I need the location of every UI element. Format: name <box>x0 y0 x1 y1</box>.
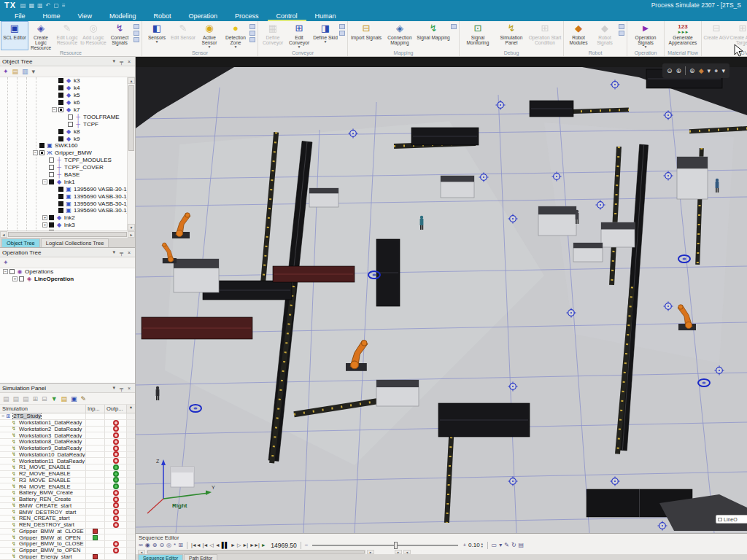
mini-icon[interactable] <box>619 24 624 29</box>
pin-icon[interactable]: ╤ <box>117 250 125 255</box>
expander-icon[interactable]: + <box>42 215 47 220</box>
ribbon-button-connection-mapping[interactable]: ◈Connection Mapping <box>383 22 417 50</box>
mini-icon[interactable] <box>451 24 457 29</box>
pointer-icon[interactable]: ✎ <box>504 542 509 548</box>
simulation-row-gripper-bmw-to-open[interactable]: ↯Gripper_BMW_to_OPEN <box>0 548 135 554</box>
ribbon-button-define-skid[interactable]: ◨Define Skid▼ <box>312 22 338 50</box>
expander-icon[interactable]: − <box>52 107 57 112</box>
filter-icon[interactable]: ✦ <box>3 259 9 266</box>
mini-icon[interactable] <box>249 31 255 36</box>
expander-icon[interactable]: − <box>42 179 47 184</box>
machine[interactable] <box>441 176 474 198</box>
chart2-icon[interactable]: ▤ <box>13 395 20 402</box>
operation-overlay-chip[interactable]: LineO <box>716 515 747 524</box>
tree-checkbox[interactable] <box>9 269 15 274</box>
ribbon-button-signal-mapping[interactable]: ↯Signal Mapping <box>417 22 450 50</box>
tree-item-base[interactable]: ┼BASE <box>0 171 135 179</box>
play-back-button[interactable]: ◄ <box>215 542 220 548</box>
zoom-out-icon[interactable]: ⊖ <box>159 542 164 548</box>
refresh-icon[interactable]: ↻ <box>511 542 516 548</box>
container[interactable] <box>411 128 479 145</box>
scroll-up-icon[interactable]: ▲ <box>127 405 135 413</box>
tree-item-k6[interactable]: ◆k6 <box>0 99 135 106</box>
tree-checkbox[interactable] <box>49 222 54 228</box>
pause-button[interactable]: ▌▌ <box>222 542 228 548</box>
machine[interactable] <box>309 188 338 207</box>
simulation-row-bmw-create-start[interactable]: ↯BMW_CREATE_start <box>0 503 135 510</box>
mini-icon[interactable] <box>339 31 345 36</box>
machine[interactable] <box>573 243 603 262</box>
operation-tree[interactable]: −◉Operations+◈LineOperation <box>0 268 135 383</box>
to-start-button[interactable]: |◄◄ <box>191 542 201 548</box>
tree-item-1395690-vasb-30-1-8-pur[interactable]: ▣1395690 VASB-30-1_8-PUR- <box>0 200 135 207</box>
save-icon[interactable]: ▣ <box>71 395 77 402</box>
simulation-row-workstation8-dataready[interactable]: ↯Workstation8_DataReady <box>0 439 135 446</box>
object-tree[interactable]: ◆k3◆k4◆k5◆k6−◆k7┼TOOLFRAME┼TCPF◆k8◆k9▣SW… <box>0 77 135 230</box>
tab-logical-collections-tree[interactable]: Logical Collections Tree <box>41 238 109 247</box>
scroll-up-icon[interactable]: ▲ <box>128 77 135 84</box>
menu-human[interactable]: Human <box>306 12 345 21</box>
menu-robot[interactable]: Robot <box>144 12 179 21</box>
3d-viewport[interactable]: ZYRight ⊖⊕⊕◆▾●▾ LineO <box>136 57 747 533</box>
tree-checkbox[interactable] <box>58 107 63 112</box>
ribbon-button-connect-signals[interactable]: ↯Connect Signals <box>107 22 133 50</box>
simulation-row-workstation9-dataready[interactable]: ↯Workstation9_DataReady <box>0 446 135 452</box>
mini-icon[interactable] <box>133 24 139 29</box>
simulation-row-r2-move-enable[interactable]: ↯R2_MOVE_ENABLE <box>0 471 135 478</box>
3d-scene[interactable]: ZYRight <box>136 57 747 533</box>
machine[interactable] <box>601 222 635 247</box>
save-icon[interactable]: ▤ <box>20 2 26 9</box>
close-icon[interactable]: × <box>125 59 133 64</box>
step-back-button[interactable]: |◄ <box>203 542 208 548</box>
tree-item-k9[interactable]: ◆k9 <box>0 135 135 142</box>
tree-item-tcpf-modules[interactable]: ┼TCPF_MODULES <box>0 157 135 164</box>
pin-icon[interactable]: ╤ <box>117 386 125 391</box>
ribbon-button-robot-modules[interactable]: ◆Robot Modules <box>565 22 592 50</box>
tree-checkbox[interactable] <box>19 276 24 281</box>
undo-icon[interactable]: ↶ <box>46 2 51 9</box>
menu-modeling[interactable]: Modeling <box>101 12 145 21</box>
filter-icon[interactable]: ▼ <box>51 395 58 402</box>
tree-item-lnk1[interactable]: −◆lnk1 <box>0 178 135 185</box>
zoom-select-icon[interactable]: * <box>174 542 176 548</box>
machine[interactable] <box>677 157 708 199</box>
link-icon[interactable]: ∞ <box>139 542 143 548</box>
simulation-row-bmw-destroy-start[interactable]: ↯BMW_DESTROY_start <box>0 509 135 516</box>
tree-item-k8[interactable]: ◆k8 <box>0 128 135 135</box>
tree-item-lnk2[interactable]: +◆lnk2 <box>0 214 135 222</box>
tab-path-editor[interactable]: Path Editor <box>184 554 217 560</box>
grid-edit-icon[interactable]: ⊞ <box>178 542 183 548</box>
panel-menu-icon[interactable]: ▾ <box>110 385 117 391</box>
menu-file[interactable]: File <box>6 12 34 21</box>
tree-item-gripper-bmw[interactable]: −ЖGripper_BMW <box>0 149 135 157</box>
simulation-row-workstation10-dataready[interactable]: ↯Workstation10_DataReady <box>0 452 135 459</box>
scroll-right-icon[interactable]: ► <box>128 231 135 238</box>
tree-item-lineoperation[interactable]: +◈LineOperation <box>0 276 135 283</box>
open-icon[interactable]: ▤ <box>61 395 68 402</box>
zoom-in-icon[interactable]: ⊕ <box>152 542 158 548</box>
object-tree-hscrollbar[interactable]: ◄ ► <box>0 230 135 238</box>
container[interactable] <box>438 403 530 437</box>
expand-icon[interactable]: ⊞ <box>33 395 39 402</box>
simulation-row-battery-bmw-create[interactable]: ↯Battery_BMW_Create <box>0 490 135 497</box>
simulation-row-gripper-bmw-to-close[interactable]: ↯Gripper_BMW_to_CLOSE <box>0 541 135 548</box>
layout-icon[interactable]: ▦ <box>29 2 35 9</box>
pin-icon[interactable]: ╤ <box>117 59 125 64</box>
mini-icon[interactable] <box>249 37 255 42</box>
ribbon-button-signal-monitoring[interactable]: ⊡Signal Monitoring <box>461 22 495 50</box>
column-outp[interactable]: Outp... <box>105 405 127 413</box>
new-doc-icon[interactable]: ▢ <box>53 2 59 9</box>
play-button[interactable]: ► <box>231 542 235 548</box>
object-tree-vscrollbar[interactable]: ▲ ▼ <box>127 77 135 230</box>
mini-icon[interactable] <box>339 24 345 29</box>
speed-increase-button[interactable]: + <box>462 542 466 548</box>
simulation-row-workstation2-dataready[interactable]: ↯Workstation2_DataReady <box>0 427 135 433</box>
caret-icon[interactable]: ▾ <box>499 542 502 548</box>
simulation-row-r3-move-enable[interactable]: ↯R3_MOVE_ENABLE <box>0 478 135 484</box>
tree-item-toolframe[interactable]: ┼TOOLFRAME <box>0 113 135 120</box>
tree-checkbox[interactable] <box>58 85 63 90</box>
chart3-icon[interactable]: ▤ <box>23 395 29 402</box>
expander-icon[interactable]: + <box>12 276 18 281</box>
simulation-row-2ts-study[interactable]: −⊞2TS_Study <box>0 413 135 420</box>
close-icon[interactable]: × <box>125 386 133 391</box>
